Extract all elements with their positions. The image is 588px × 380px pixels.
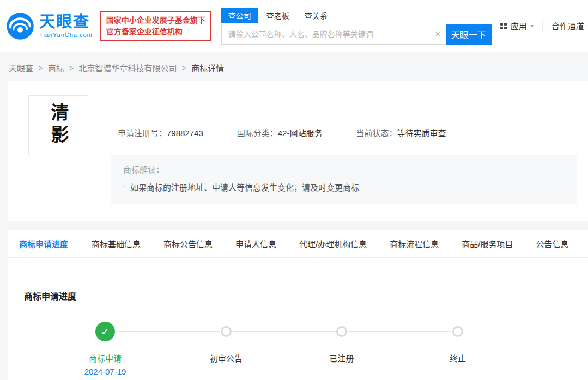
field-current-status: 当前状态：等待实质审查 bbox=[356, 127, 446, 138]
breadcrumb-separator: > bbox=[38, 63, 43, 72]
tab-application-progress[interactable]: 商标申请进度 bbox=[8, 230, 80, 257]
timeline-connector bbox=[348, 331, 451, 332]
breadcrumb-trademark[interactable]: 商标 bbox=[48, 62, 64, 73]
top-header: 天眼查 TianYanCha.com 国家中小企业发展子基金旗下 官方备案企业征… bbox=[0, 0, 588, 52]
interpretation-note: · 如果商标的注册地址、申请人等信息发生变化，请及时变更商标 bbox=[123, 181, 565, 193]
search-input-box: × bbox=[221, 24, 446, 45]
progress-section-title: 商标申请进度 bbox=[24, 289, 588, 302]
tab-agency-info[interactable]: 代理/办理机构信息 bbox=[288, 230, 378, 257]
field-value: 等待实质审查 bbox=[397, 128, 446, 138]
breadcrumb-current: 商标详情 bbox=[191, 62, 224, 73]
detail-tabbar: 商标申请进度 商标基础信息 商标公告信息 申请人信息 代理/办理机构信息 商标流… bbox=[8, 230, 588, 258]
trademark-interpretation-box: 商标解读： · 如果商标的注册地址、申请人等信息发生变化，请及时变更商标 bbox=[111, 155, 577, 204]
progress-timeline: ✓ 商标申请 2024-07-19 初审公告 已注册 终止 bbox=[8, 311, 588, 380]
check-icon: ✓ bbox=[101, 326, 110, 338]
step-pending-icon bbox=[452, 326, 463, 337]
breadcrumb-separator: > bbox=[69, 63, 74, 72]
bullet-icon: · bbox=[123, 181, 126, 193]
field-value: 42-网站服务 bbox=[278, 128, 323, 138]
logo-text: 天眼查 TianYanCha.com bbox=[39, 14, 93, 38]
search-tab-company[interactable]: 查公司 bbox=[221, 8, 258, 23]
field-label: 当前状态： bbox=[356, 128, 397, 138]
tianyancha-logo-icon bbox=[5, 11, 35, 41]
apps-grid-icon bbox=[500, 23, 507, 29]
search-area: 查公司 查老板 查关系 × 天眼一下 bbox=[221, 8, 492, 45]
badge-line1: 国家中小企业发展子基金旗下 bbox=[106, 15, 205, 26]
chevron-down-icon: ▾ bbox=[531, 23, 534, 29]
search-input[interactable] bbox=[221, 24, 446, 45]
step-pending-icon bbox=[336, 326, 347, 337]
tianyancha-logo[interactable]: 天眼查 TianYanCha.com bbox=[5, 11, 93, 41]
breadcrumb-home[interactable]: 天眼查 bbox=[9, 62, 33, 73]
nav-partner-label: 合作通道 bbox=[551, 20, 584, 32]
tab-announcement-info[interactable]: 商标公告信息 bbox=[152, 230, 224, 257]
trademark-fields: 申请注册号：79882743 国际分类：42-网站服务 当前状态：等待实质审查 bbox=[111, 127, 577, 138]
header-nav: 应用 ▾ 合作通道 ▾ bbox=[492, 20, 588, 32]
step-pending-icon bbox=[221, 326, 232, 337]
timeline-connector bbox=[233, 331, 336, 332]
interpretation-title: 商标解读： bbox=[123, 163, 565, 175]
field-label: 申请注册号： bbox=[118, 128, 167, 138]
step-label-preliminary: 初审公告 bbox=[210, 352, 243, 364]
breadcrumb-separator: > bbox=[182, 63, 187, 72]
timeline-connector bbox=[116, 331, 220, 332]
field-intl-class: 国际分类：42-网站服务 bbox=[237, 127, 323, 138]
trademark-image-box: 清影 bbox=[28, 95, 88, 155]
tab-gazette-info[interactable]: 公告信息 bbox=[524, 230, 580, 257]
search-tab-boss[interactable]: 查老板 bbox=[259, 8, 296, 23]
search-row: × 天眼一下 bbox=[221, 24, 492, 45]
trademark-detail-card: 商标申请进度 商标基础信息 商标公告信息 申请人信息 代理/办理机构信息 商标流… bbox=[8, 230, 588, 380]
brand-domain: TianYanCha.com bbox=[39, 32, 93, 38]
trademark-name: 清影 bbox=[45, 103, 71, 148]
step-label-registered: 已注册 bbox=[329, 352, 354, 364]
nav-item-apps[interactable]: 应用 ▾ bbox=[492, 20, 542, 32]
step-label-terminated: 终止 bbox=[450, 352, 466, 364]
field-value: 79882743 bbox=[167, 128, 203, 138]
clear-icon[interactable]: × bbox=[435, 29, 440, 40]
search-tab-relation[interactable]: 查关系 bbox=[298, 8, 335, 23]
brand-name: 天眼查 bbox=[39, 14, 93, 30]
step-date-application: 2024-07-19 bbox=[84, 367, 126, 376]
badge-line2: 官方备案企业征信机构 bbox=[106, 26, 205, 38]
breadcrumb: 天眼查 > 商标 > 北京智谱华章科技有限公司 > 商标详情 bbox=[0, 52, 588, 81]
nav-item-partner[interactable]: 合作通道 ▾ bbox=[542, 20, 588, 32]
official-badge: 国家中小企业发展子基金旗下 官方备案企业征信机构 bbox=[100, 11, 211, 41]
field-label: 国际分类： bbox=[237, 128, 278, 138]
nav-apps-label: 应用 bbox=[511, 20, 527, 32]
tab-applicant-info[interactable]: 申请人信息 bbox=[224, 230, 288, 257]
breadcrumb-company[interactable]: 北京智谱华章科技有限公司 bbox=[79, 62, 177, 73]
step-label-application: 商标申请 bbox=[89, 352, 122, 364]
search-tabs: 查公司 查老板 查关系 bbox=[221, 8, 492, 23]
step-done-icon: ✓ bbox=[95, 322, 115, 341]
field-registration-number: 申请注册号：79882743 bbox=[118, 127, 203, 138]
tab-goods-services[interactable]: 商品/服务项目 bbox=[450, 230, 524, 257]
tab-basic-info[interactable]: 商标基础信息 bbox=[80, 230, 152, 257]
tab-process-info[interactable]: 商标流程信息 bbox=[378, 230, 450, 257]
trademark-info: 申请注册号：79882743 国际分类：42-网站服务 当前状态：等待实质审查 … bbox=[111, 95, 577, 204]
search-button[interactable]: 天眼一下 bbox=[446, 24, 492, 45]
trademark-summary-card: 清影 申请注册号：79882743 国际分类：42-网站服务 当前状态：等待实质… bbox=[8, 81, 588, 221]
interpretation-text: 如果商标的注册地址、申请人等信息发生变化，请及时变更商标 bbox=[130, 181, 359, 193]
